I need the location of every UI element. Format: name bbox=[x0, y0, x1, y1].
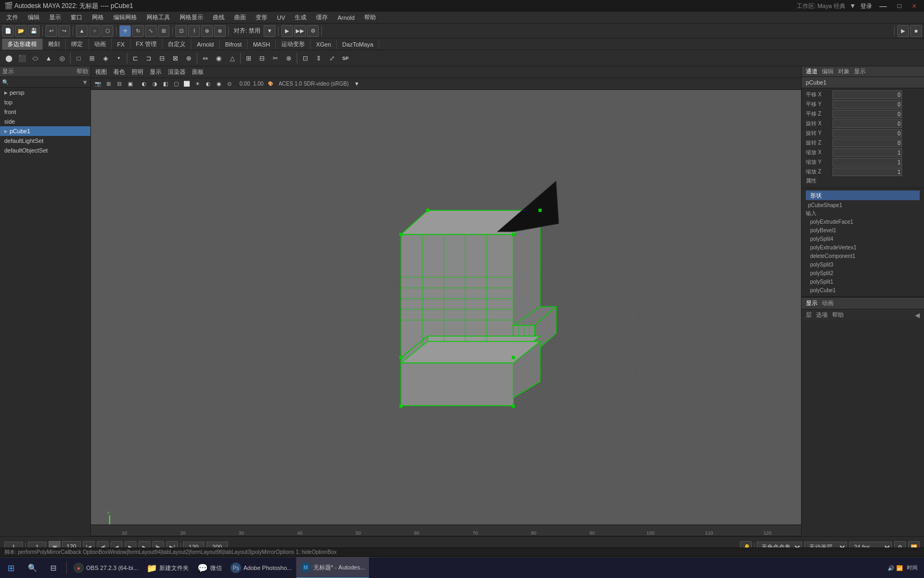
vp-light-btn[interactable]: ☀ bbox=[192, 79, 202, 89]
vp-shading3-btn[interactable]: ◧ bbox=[160, 79, 170, 89]
snap-surface-btn[interactable]: ⊗ bbox=[214, 25, 226, 37]
photoshop-taskbar-btn[interactable]: Ps Adobe Photosho... bbox=[226, 557, 296, 578]
select-object-btn[interactable]: □ bbox=[72, 52, 85, 65]
outliner-filter-icon[interactable]: ▼ bbox=[82, 79, 88, 86]
vp-color-dropdown-btn[interactable]: ▼ bbox=[352, 79, 361, 89]
input-item-polycube[interactable]: polyCube1 bbox=[806, 286, 920, 294]
vp-texture-btn[interactable]: ⬜ bbox=[182, 79, 191, 89]
menu-item-网格工具[interactable]: 网格工具 bbox=[142, 12, 174, 22]
translate-z-input[interactable] bbox=[833, 110, 902, 118]
mode-tab-9[interactable]: MASH bbox=[248, 40, 276, 49]
outliner-search-input[interactable] bbox=[9, 79, 82, 85]
scale-x-input[interactable] bbox=[833, 148, 902, 157]
mode-tab-1[interactable]: 雕刻 bbox=[43, 39, 66, 50]
vp-camera-btn[interactable]: 📷 bbox=[93, 79, 103, 89]
render-seq-btn[interactable]: ▶▶ bbox=[294, 25, 306, 37]
outliner-item-top[interactable]: top bbox=[0, 97, 90, 107]
select-vertex-btn[interactable]: • bbox=[112, 52, 125, 65]
mode-tab-7[interactable]: Arnold bbox=[191, 40, 220, 49]
translate-y-input[interactable] bbox=[833, 100, 902, 109]
vp-view-btn[interactable]: 视图 bbox=[93, 68, 109, 76]
input-item-split3[interactable]: polySplit3 bbox=[806, 260, 920, 269]
vp-shadow-btn[interactable]: ◐ bbox=[203, 79, 213, 89]
snap-curve-btn[interactable]: ⌇ bbox=[188, 25, 200, 37]
translate-x-input[interactable] bbox=[833, 90, 902, 99]
tab-display[interactable]: 显示 bbox=[854, 67, 866, 75]
vp-layout2-btn[interactable]: ⊟ bbox=[114, 79, 124, 89]
footer-tab-display[interactable]: 显示 bbox=[806, 299, 818, 307]
undo-btn[interactable]: ↩ bbox=[45, 25, 57, 37]
offset-edge-loop-btn[interactable]: ⊟ bbox=[256, 52, 268, 65]
mode-tab-4[interactable]: FX bbox=[112, 40, 130, 49]
extrude-btn[interactable]: ⊏ bbox=[129, 52, 142, 65]
mode-tab-12[interactable]: DazToMaya bbox=[337, 40, 379, 49]
rotate-btn[interactable]: ↻ bbox=[132, 25, 144, 37]
constraint-dropdown-btn[interactable]: ▼ bbox=[264, 25, 275, 37]
merge-btn[interactable]: ⊠ bbox=[169, 52, 182, 65]
menu-item-网格显示[interactable]: 网格显示 bbox=[175, 12, 207, 22]
menu-item-曲线[interactable]: 曲线 bbox=[209, 12, 229, 22]
vp-layout-btn[interactable]: ⊞ bbox=[104, 79, 113, 89]
outliner-item-front[interactable]: front bbox=[0, 107, 90, 117]
outliner-item-defaultlightset[interactable]: defaultLightSet bbox=[0, 136, 90, 146]
input-item-split4[interactable]: polySplit4 bbox=[806, 234, 920, 243]
cube-btn[interactable]: ⬛ bbox=[16, 52, 28, 65]
maximize-btn[interactable]: □ bbox=[895, 2, 905, 10]
reduce-btn[interactable]: △ bbox=[226, 52, 238, 65]
rotate-y-input[interactable] bbox=[833, 129, 902, 138]
sphere-btn[interactable]: ⬤ bbox=[2, 52, 15, 65]
menu-item-编辑[interactable]: 编辑 bbox=[24, 12, 44, 22]
viewport-canvas[interactable]: X Y Z persp bbox=[91, 90, 801, 550]
mode-tab-3[interactable]: 动画 bbox=[89, 39, 112, 50]
menu-item-窗口[interactable]: 窗口 bbox=[66, 12, 87, 22]
mode-tab-0[interactable]: 多边形建模 bbox=[2, 39, 43, 50]
vp-shading1-btn[interactable]: ◐ bbox=[139, 79, 149, 89]
input-item-split2[interactable]: polySplit2 bbox=[806, 269, 920, 277]
mode-tab-10[interactable]: 运动变形 bbox=[276, 39, 311, 50]
snap-point-btn[interactable]: ⊕ bbox=[201, 25, 213, 37]
cut-tool-btn[interactable]: ✂ bbox=[269, 52, 282, 65]
input-item-bevel[interactable]: polyBevel1 bbox=[806, 226, 920, 234]
menu-item-缓存[interactable]: 缓存 bbox=[312, 12, 332, 22]
outliner-display-btn[interactable]: 显示 bbox=[2, 67, 14, 75]
tab-edit[interactable]: 编辑 bbox=[822, 67, 834, 75]
playback-btn[interactable]: ▶ bbox=[897, 25, 909, 37]
vp-shading-btn[interactable]: 着色 bbox=[111, 68, 127, 76]
multicut-btn[interactable]: ⊗ bbox=[282, 52, 295, 65]
search-btn[interactable]: 🔍 bbox=[21, 557, 43, 578]
wechat-taskbar-btn[interactable]: 💬 微信 bbox=[193, 557, 226, 578]
outliner-item-defaultobjectset[interactable]: defaultObjectSet bbox=[0, 146, 90, 155]
menu-item-变形[interactable]: 变形 bbox=[251, 12, 272, 22]
menu-item-显示[interactable]: 显示 bbox=[45, 12, 65, 22]
rotate-x-input[interactable] bbox=[833, 119, 902, 128]
taskview-btn[interactable]: ⊟ bbox=[43, 557, 64, 578]
menu-item-编辑网格[interactable]: 编辑网格 bbox=[109, 12, 141, 22]
close-btn[interactable]: × bbox=[909, 2, 920, 10]
input-item-split1[interactable]: polySplit1 bbox=[806, 277, 920, 286]
boolean-btn[interactable]: ⊕ bbox=[182, 52, 195, 65]
mode-tab-8[interactable]: Bifrost bbox=[220, 40, 248, 49]
vp-show-btn[interactable]: 显示 bbox=[148, 68, 164, 76]
workspace-dropdown[interactable]: ▼ bbox=[850, 2, 856, 10]
lasso-btn[interactable]: ○ bbox=[89, 25, 101, 37]
smooth-btn[interactable]: ◉ bbox=[212, 52, 225, 65]
menu-item-Arnold[interactable]: Arnold bbox=[333, 13, 359, 22]
input-item-deletecomponent[interactable]: deleteComponent1 bbox=[806, 252, 920, 260]
minimize-btn[interactable]: — bbox=[876, 2, 890, 10]
input-item-extrudevertex[interactable]: polyExtrudeVertex1 bbox=[806, 243, 920, 252]
transform2-btn[interactable]: ⤢ bbox=[326, 52, 338, 65]
bridge-btn[interactable]: ⊟ bbox=[156, 52, 168, 65]
mirror-btn[interactable]: ⇔ bbox=[199, 52, 212, 65]
menu-item-文件[interactable]: 文件 bbox=[2, 12, 22, 22]
folder-taskbar-btn[interactable]: 📁 新建文件夹 bbox=[142, 557, 193, 578]
vp-wireframe-btn[interactable]: ▢ bbox=[171, 79, 181, 89]
tab-object[interactable]: 对象 bbox=[838, 67, 850, 75]
vp-ao-btn[interactable]: ◉ bbox=[214, 79, 224, 89]
footer2-tab-layer[interactable]: 层 bbox=[806, 311, 812, 319]
render-settings-btn[interactable]: ⚙ bbox=[307, 25, 319, 37]
mode-tab-6[interactable]: 自定义 bbox=[163, 39, 191, 50]
outliner-help-btn[interactable]: 帮助 bbox=[76, 67, 88, 75]
footer2-tab-help[interactable]: 帮助 bbox=[832, 311, 844, 319]
save-file-btn[interactable]: 💾 bbox=[28, 25, 40, 37]
shape-header[interactable]: 形状 bbox=[806, 191, 920, 200]
